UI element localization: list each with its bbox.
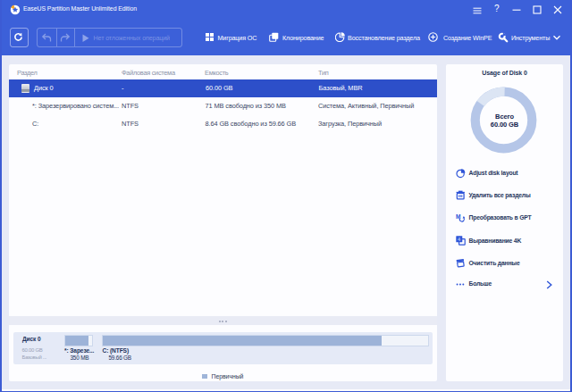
svg-text:M: M: [456, 213, 461, 220]
